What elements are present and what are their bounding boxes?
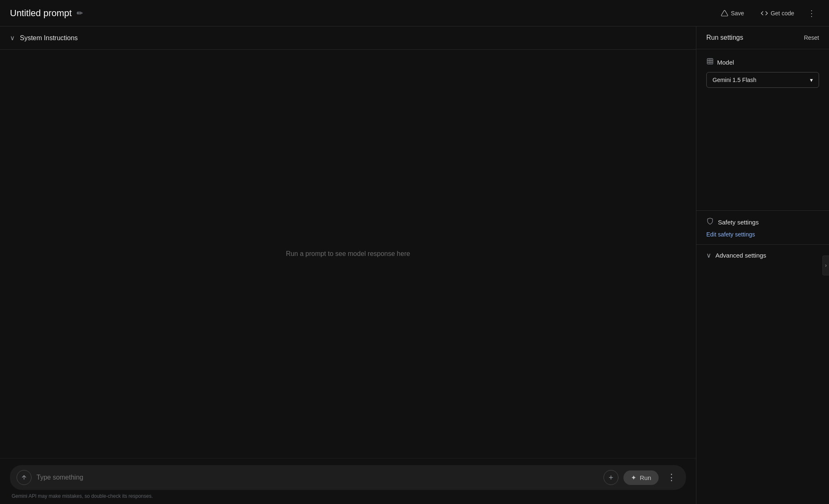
run-settings-header: Run settings Reset <box>696 27 829 49</box>
safety-header: Safety settings <box>706 217 819 227</box>
advanced-settings-toggle[interactable]: ∨ Advanced settings <box>706 251 819 259</box>
header: Untitled prompt ✏ Save Get code ⋮ <box>0 0 829 27</box>
edit-icon[interactable]: ✏ <box>77 9 83 18</box>
input-area: ✦ Run ⋮ Gemini API may make mistakes, so… <box>0 458 696 504</box>
main-layout: ∨ System Instructions Run a prompt to se… <box>0 27 829 504</box>
model-icon <box>706 58 714 67</box>
system-instructions-title: System Instructions <box>20 34 78 42</box>
prompt-input[interactable] <box>36 474 599 481</box>
run-settings-title: Run settings <box>706 34 743 41</box>
run-button[interactable]: ✦ Run <box>623 470 659 485</box>
right-panel-collapse[interactable]: › <box>822 256 829 275</box>
get-code-button[interactable]: Get code <box>754 6 801 20</box>
run-star-icon: ✦ <box>631 474 636 482</box>
main-content-area: Run a prompt to see model response here <box>0 50 696 458</box>
model-label: Model <box>717 59 734 66</box>
edit-safety-settings-link[interactable]: Edit safety settings <box>706 231 755 238</box>
safety-section: Safety settings Edit safety settings <box>696 210 829 244</box>
advanced-section: ∨ Advanced settings <box>696 244 829 266</box>
input-bar: ✦ Run ⋮ <box>10 465 686 490</box>
advanced-chevron-icon: ∨ <box>706 251 711 259</box>
header-right: Save Get code ⋮ <box>714 5 819 22</box>
svg-rect-3 <box>707 58 713 64</box>
model-section: Model Gemini 1.5 Flash ▾ <box>696 49 829 94</box>
add-content-icon[interactable] <box>604 470 618 485</box>
page-title: Untitled prompt <box>10 8 72 19</box>
save-icon <box>721 10 728 17</box>
system-instructions-chevron: ∨ <box>10 34 15 42</box>
system-instructions-header[interactable]: ∨ System Instructions <box>0 27 696 50</box>
header-left: Untitled prompt ✏ <box>10 8 83 19</box>
code-icon <box>761 10 768 17</box>
safety-title: Safety settings <box>718 219 759 226</box>
save-button[interactable]: Save <box>714 6 751 20</box>
left-panel: ∨ System Instructions Run a prompt to se… <box>0 27 696 504</box>
model-label-row: Model <box>706 58 819 67</box>
scroll-up-icon[interactable] <box>17 470 32 485</box>
header-more-icon[interactable]: ⋮ <box>804 5 819 22</box>
disclaimer-text: Gemini API may make mistakes, so double-… <box>10 490 686 501</box>
shield-icon <box>706 217 714 227</box>
model-select-dropdown[interactable]: Gemini 1.5 Flash ▾ <box>706 72 819 88</box>
right-panel: Run settings Reset Model Gemini 1.5 <box>696 27 829 504</box>
advanced-settings-title: Advanced settings <box>715 252 766 259</box>
reset-button[interactable]: Reset <box>804 34 819 41</box>
input-more-icon[interactable]: ⋮ <box>664 470 679 485</box>
placeholder-text: Run a prompt to see model response here <box>286 250 410 258</box>
